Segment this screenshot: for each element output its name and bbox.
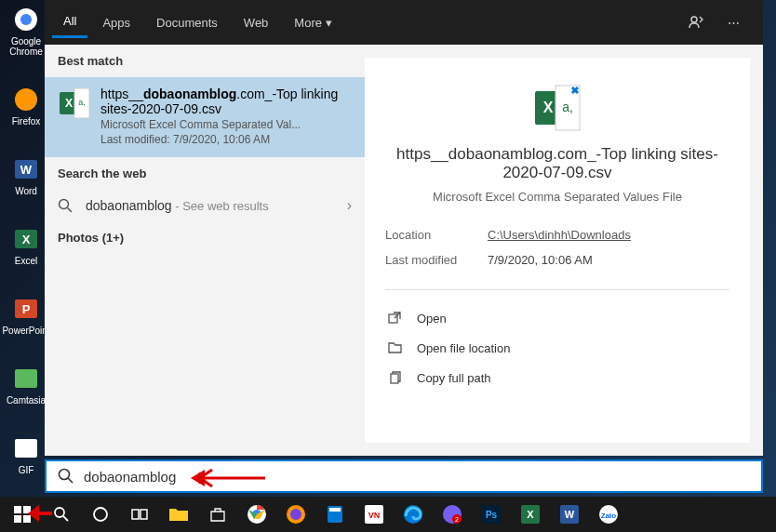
desktop-icon-chrome[interactable]: Google Chrome [7, 5, 45, 57]
modified-value: 7/9/2020, 10:06 AM [488, 253, 593, 267]
excel-file-icon: Xa, [58, 86, 91, 120]
taskbar-store[interactable] [199, 498, 236, 531]
action-open-location[interactable]: Open file location [385, 333, 729, 363]
desktop-icon-word[interactable]: WWord [7, 154, 45, 196]
svg-rect-24 [14, 506, 21, 513]
svg-text:P: P [22, 302, 31, 316]
svg-point-11 [691, 17, 697, 22]
svg-rect-31 [140, 510, 147, 519]
search-icon [58, 468, 74, 485]
search-panel: All Apps Documents Web More ▾ ⋯ Best mat… [45, 0, 763, 456]
svg-point-28 [55, 508, 64, 517]
svg-text:Zalo: Zalo [601, 512, 617, 520]
task-view-button[interactable] [121, 498, 158, 531]
preview-file-icon: Xa, [531, 82, 583, 134]
web-suffix: - See web results [172, 199, 269, 213]
open-icon [387, 311, 404, 326]
svg-text:VN: VN [368, 511, 381, 520]
result-subtitle: Microsoft Excel Comma Separated Val... [100, 118, 352, 131]
svg-text:2: 2 [455, 516, 459, 523]
feedback-icon[interactable] [681, 7, 711, 37]
svg-text:Ps: Ps [486, 510, 498, 520]
desktop-icon-powerpoint[interactable]: PPowerPoint [7, 294, 45, 336]
svg-point-35 [290, 509, 301, 520]
label: Google Chrome [7, 36, 45, 57]
taskbar-explorer[interactable] [160, 498, 197, 531]
section-best-match: Best match [45, 45, 365, 77]
taskbar-zalo[interactable]: Zalo [590, 498, 627, 531]
action-copy-path[interactable]: Copy full path [385, 363, 729, 392]
search-input[interactable] [84, 469, 750, 485]
search-tabs: All Apps Documents Web More ▾ ⋯ [45, 0, 763, 45]
taskbar-edge[interactable] [395, 498, 432, 531]
svg-point-29 [94, 508, 107, 521]
svg-rect-25 [23, 506, 31, 513]
desktop-icon-gif[interactable]: GIF [7, 433, 45, 475]
tab-apps[interactable]: Apps [91, 8, 141, 37]
results-list: Best match Xa, https__dobaonamblog.com_-… [45, 45, 365, 456]
svg-point-16 [60, 200, 69, 209]
action-open[interactable]: Open [385, 303, 729, 333]
desktop-icon-firefox[interactable]: Firefox [7, 85, 45, 126]
svg-point-1 [20, 14, 32, 25]
cortana-button[interactable] [82, 498, 119, 531]
taskbar-excel[interactable]: X [512, 498, 549, 531]
result-modified: Last modified: 7/9/2020, 10:06 AM [100, 133, 352, 146]
svg-text:X: X [527, 509, 534, 520]
svg-point-2 [15, 88, 37, 111]
desktop-icon-excel[interactable]: XExcel [7, 224, 45, 266]
web-query: dobaonamblog [86, 198, 172, 213]
taskbar-photoshop[interactable]: Ps [473, 498, 510, 531]
tab-web[interactable]: Web [233, 8, 280, 37]
folder-icon [387, 340, 404, 355]
svg-text:a,: a, [562, 100, 573, 114]
ellipsis-icon[interactable]: ⋯ [718, 7, 748, 37]
tab-more[interactable]: More ▾ [283, 8, 343, 37]
svg-text:X: X [65, 97, 73, 110]
svg-rect-27 [23, 515, 31, 523]
result-title: https__dobaonamblog.com_-Top linking sit… [100, 86, 352, 116]
taskbar-unikey[interactable]: VN [355, 498, 393, 531]
preview-panel: Xa, https__dobaonamblog.com_-Top linking… [365, 58, 750, 443]
label: PowerPoint [2, 326, 49, 336]
section-search-web: Search the web [45, 157, 365, 190]
svg-text:X: X [22, 233, 31, 246]
copy-icon [387, 370, 404, 385]
tab-all[interactable]: All [52, 7, 87, 38]
taskbar-word[interactable]: W [551, 498, 588, 531]
taskbar-viber[interactable]: 2 [434, 498, 471, 531]
svg-text:W: W [565, 509, 575, 520]
label: Excel [15, 256, 37, 266]
svg-text:X: X [543, 100, 554, 115]
section-photos: Photos (1+) [45, 221, 365, 254]
preview-subtitle: Microsoft Excel Comma Separated Values F… [385, 190, 729, 204]
search-icon [58, 198, 76, 213]
chevron-right-icon: › [347, 197, 352, 214]
location-label: Location [385, 228, 488, 242]
taskbar-firefox[interactable] [277, 498, 314, 531]
location-value[interactable]: C:\Users\dinhh\Downloads [488, 228, 631, 242]
svg-rect-30 [132, 510, 139, 519]
svg-rect-9 [15, 369, 37, 388]
svg-text:W: W [20, 163, 33, 177]
best-match-result[interactable]: Xa, https__dobaonamblog.com_-Top linking… [45, 77, 365, 157]
svg-rect-22 [391, 374, 398, 383]
label: Camtasia [7, 395, 46, 406]
taskbar-calculator[interactable] [316, 498, 354, 531]
svg-rect-37 [329, 508, 341, 512]
desktop-icon-camtasia[interactable]: Camtasia [7, 364, 45, 406]
label: Firefox [12, 116, 41, 126]
web-result[interactable]: dobaonamblog - See web results › [45, 190, 365, 221]
svg-rect-10 [15, 439, 37, 458]
taskbar-search-button[interactable] [43, 498, 80, 531]
svg-rect-26 [14, 515, 21, 523]
svg-rect-21 [389, 314, 397, 323]
search-box[interactable] [45, 459, 763, 493]
preview-title: https__dobaonamblog.com_-Top linking sit… [385, 145, 729, 182]
tab-documents[interactable]: Documents [145, 8, 229, 37]
taskbar-chrome[interactable] [238, 498, 275, 531]
svg-text:a,: a, [78, 98, 86, 107]
start-button[interactable] [4, 498, 41, 531]
label: Word [15, 186, 37, 196]
taskbar: VN 2 Ps X W Zalo [0, 497, 776, 532]
